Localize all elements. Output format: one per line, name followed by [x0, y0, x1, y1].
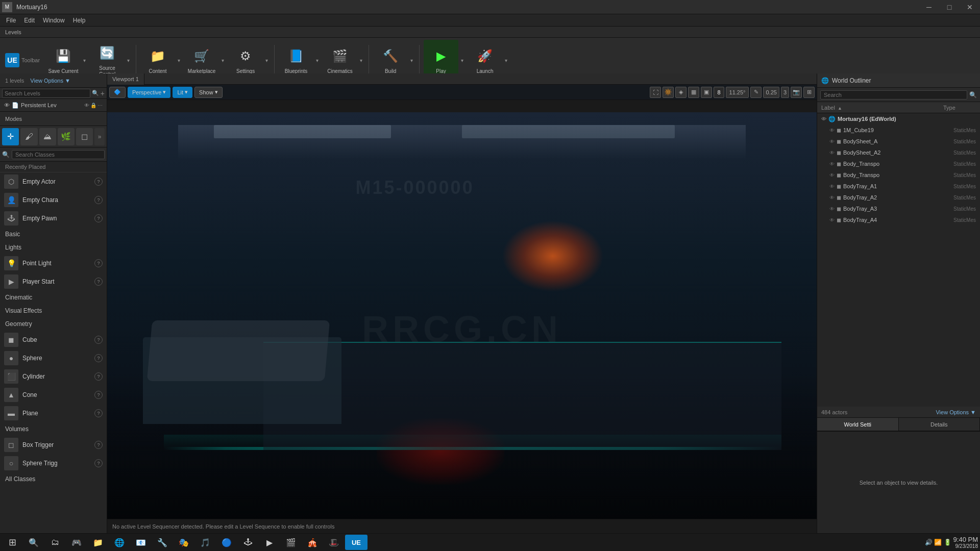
sphere-help[interactable]: ? — [94, 354, 103, 362]
vp-counter[interactable]: 8 — [714, 87, 724, 98]
outliner-view-options[interactable]: View Options ▼ — [936, 409, 976, 415]
menu-window[interactable]: Window — [39, 14, 69, 27]
viewport-tab[interactable]: Viewport 1 — [107, 73, 144, 85]
outliner-item-bodysheet-a2[interactable]: 👁 ◼ BodySheet_A2 StaticMes — [817, 147, 980, 158]
taskbar-app-6[interactable]: 🎭 — [174, 535, 194, 550]
vp-value[interactable]: 0.25 — [763, 87, 779, 98]
actor-item-point-light[interactable]: 💡 Point Light ? — [0, 254, 107, 272]
persistent-level-eye2[interactable]: 👁 — [84, 103, 89, 108]
taskbar-app-10[interactable]: ▶ — [259, 535, 280, 550]
levels-view-options[interactable]: View Options ▼ — [27, 78, 74, 84]
taskbar-ue-active[interactable]: UE — [345, 535, 368, 550]
menu-file[interactable]: File — [2, 14, 20, 27]
outliner-item-bodytray-a3[interactable]: 👁 ◼ BodyTray_A3 StaticMes — [817, 203, 980, 214]
actor-item-cylinder[interactable]: ⬛ Cylinder ? — [0, 367, 107, 386]
show-btn[interactable]: Show ▾ — [194, 87, 223, 98]
search-button[interactable]: 🔍 — [23, 535, 44, 550]
player-start-help[interactable]: ? — [94, 278, 103, 286]
empty-char-help[interactable]: ? — [94, 196, 103, 204]
outliner-item-1mcube[interactable]: 👁 ◼ 1M_Cube19 StaticMes — [817, 124, 980, 136]
start-button[interactable]: ⊞ — [2, 535, 22, 550]
outliner-item-bodytray-a1[interactable]: 👁 ◼ BodyTray_A1 StaticMes — [817, 181, 980, 192]
empty-pawn-help[interactable]: ? — [94, 214, 103, 222]
persistent-level-item[interactable]: 👁 📄 Persistent Lev 👁 🔒 ⋯ — [0, 99, 107, 111]
search-classes-input[interactable] — [12, 150, 105, 159]
mode-geometry-button[interactable]: ◻ — [76, 128, 93, 145]
box-trigger-help[interactable]: ? — [94, 441, 103, 449]
cube-help[interactable]: ? — [94, 336, 103, 344]
persistent-level-lock[interactable]: 🔒 — [90, 103, 96, 108]
empty-actor-help[interactable]: ? — [94, 178, 103, 186]
taskbar-app-3[interactable]: 🌐 — [109, 535, 130, 550]
outliner-item-mortuary[interactable]: 👁 🌐 Mortuary16 (EdWorld) — [817, 113, 980, 124]
world-settings-tab[interactable]: World Setti — [817, 418, 899, 431]
actor-item-sphere[interactable]: ● Sphere ? — [0, 349, 107, 367]
persistent-level-more[interactable]: ⋯ — [97, 103, 103, 108]
perspective-btn[interactable]: Perspective ▾ — [128, 87, 170, 98]
minimize-button[interactable]: ─ — [919, 0, 939, 14]
vp-counter2[interactable]: 3 — [781, 87, 789, 98]
taskbar-app-5[interactable]: 🔧 — [152, 535, 173, 550]
vp-tool-1[interactable]: ⛶ — [650, 87, 661, 98]
viewport-navigate-btn[interactable]: 🔷 — [109, 87, 126, 98]
task-view-button[interactable]: 🗂 — [45, 535, 65, 550]
vp-tool-5[interactable]: ▣ — [701, 87, 712, 98]
taskbar-app-8[interactable]: 🔵 — [216, 535, 237, 550]
mode-landscape-button[interactable]: ⛰ — [39, 128, 56, 145]
close-button[interactable]: ✕ — [960, 0, 980, 14]
taskbar-app-7[interactable]: 🎵 — [195, 535, 215, 550]
actor-item-player-start[interactable]: ▶ Player Start ? — [0, 272, 107, 291]
category-all-classes[interactable]: All Classes — [0, 472, 107, 486]
vp-tool-3[interactable]: ◈ — [675, 87, 687, 98]
plane-help[interactable]: ? — [94, 409, 103, 417]
taskbar-app-1[interactable]: 🎮 — [66, 535, 87, 550]
viewport-scene-container[interactable]: M15-000000 RRCG.CN — [107, 112, 817, 533]
menu-help[interactable]: Help — [69, 14, 90, 27]
actor-item-empty-pawn[interactable]: 🕹 Empty Pawn ? — [0, 209, 107, 228]
outliner-item-bodytray-a4[interactable]: 👁 ◼ BodyTray_A4 StaticMes — [817, 214, 980, 226]
add-level-button[interactable]: + — [101, 89, 105, 97]
taskbar-app-9[interactable]: 🕹 — [238, 535, 258, 550]
outliner-search-input[interactable] — [820, 90, 967, 99]
actor-item-cube[interactable]: ◼ Cube ? — [0, 331, 107, 349]
cone-help[interactable]: ? — [94, 391, 103, 399]
category-lights[interactable]: Lights — [0, 241, 107, 254]
details-tab[interactable]: Details — [899, 418, 981, 431]
outliner-item-bodytrans2[interactable]: 👁 ◼ Body_Transpo StaticMes — [817, 169, 980, 181]
sphere-trigger-help[interactable]: ? — [94, 459, 103, 467]
actor-item-plane[interactable]: ▬ Plane ? — [0, 404, 107, 422]
vp-grid[interactable]: ⊞ — [803, 87, 815, 98]
category-visual-effects[interactable]: Visual Effects — [0, 304, 107, 317]
outliner-item-bodytray-a2[interactable]: 👁 ◼ BodyTray_A2 StaticMes — [817, 192, 980, 203]
category-cinematic[interactable]: Cinematic — [0, 291, 107, 304]
taskbar-app-13[interactable]: 🎩 — [324, 535, 344, 550]
lit-btn[interactable]: Lit ▾ — [173, 87, 192, 98]
vp-cam[interactable]: 📷 — [791, 87, 802, 98]
category-basic[interactable]: Basic — [0, 228, 107, 241]
outliner-item-bodytrans[interactable]: 👁 ◼ Body_Transpo StaticMes — [817, 158, 980, 169]
mode-place-button[interactable]: ✛ — [2, 128, 19, 145]
actor-item-box-trigger[interactable]: ◻ Box Trigger ? — [0, 436, 107, 454]
category-volumes[interactable]: Volumes — [0, 422, 107, 436]
maximize-button[interactable]: □ — [939, 0, 960, 14]
actor-item-sphere-trigger[interactable]: ○ Sphere Trigg ? — [0, 454, 107, 472]
search-levels-input[interactable] — [2, 89, 90, 98]
vp-pencil[interactable]: ✎ — [750, 87, 762, 98]
taskbar-app-11[interactable]: 🎬 — [281, 535, 301, 550]
vp-tool-4[interactable]: ▦ — [688, 87, 699, 98]
col-label[interactable]: Label ▲ — [817, 105, 939, 111]
actor-item-cone[interactable]: ▲ Cone ? — [0, 386, 107, 404]
mode-more-button[interactable]: » — [94, 128, 105, 145]
taskbar-app-12[interactable]: 🎪 — [302, 535, 323, 550]
category-geometry[interactable]: Geometry — [0, 317, 107, 331]
actor-item-empty-char[interactable]: 👤 Empty Chara ? — [0, 191, 107, 209]
actor-item-empty-actor[interactable]: ⬡ Empty Actor ? — [0, 172, 107, 191]
taskbar-app-4[interactable]: 📧 — [131, 535, 151, 550]
mode-paint-button[interactable]: 🖌 — [20, 128, 37, 145]
outliner-item-bodysheet-a[interactable]: 👁 ◼ BodySheet_A StaticMes — [817, 136, 980, 147]
vp-zoom[interactable]: 11.25° — [726, 87, 749, 98]
mode-foliage-button[interactable]: 🌿 — [58, 128, 75, 145]
menu-edit[interactable]: Edit — [20, 14, 39, 27]
vp-tool-2[interactable]: 🔆 — [663, 87, 674, 98]
point-light-help[interactable]: ? — [94, 259, 103, 267]
